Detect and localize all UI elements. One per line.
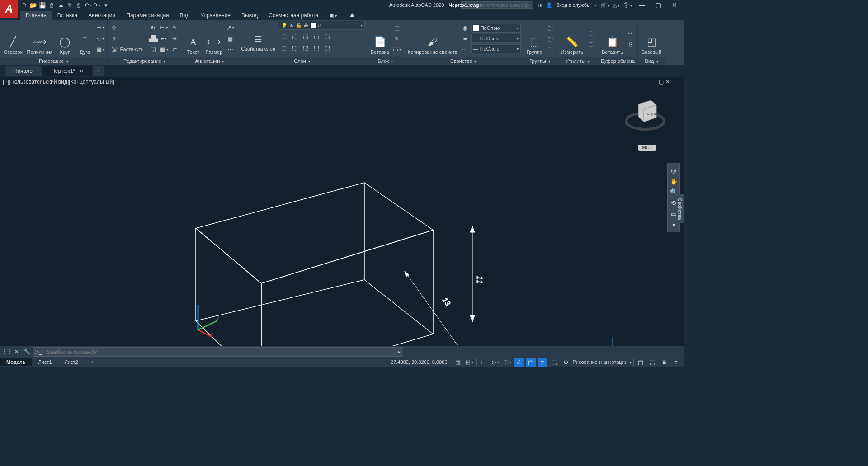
cmd-close-icon[interactable]: ✕	[13, 348, 21, 356]
layer-tool8-button[interactable]: ⬚	[301, 42, 311, 52]
tab-manage[interactable]: Управление	[195, 11, 236, 20]
circle-button[interactable]: ◯ Круг	[56, 21, 75, 56]
user-icon[interactable]: 👤	[546, 2, 552, 8]
properties-palette-tab[interactable]: Свойства	[676, 194, 684, 223]
attr-block-button[interactable]: ⬚▾	[392, 44, 402, 54]
stretch-button[interactable]: ⇲	[109, 44, 119, 54]
undo-icon[interactable]: ↶▾	[84, 1, 92, 9]
app-exchange-icon[interactable]: ◬▾	[613, 2, 619, 8]
line-button[interactable]: ╱ Отрезок	[2, 21, 24, 56]
panel-layers-title[interactable]: Слои ▾	[237, 57, 366, 65]
grid-toggle-icon[interactable]: ▦	[453, 358, 463, 367]
layer-tool10-button[interactable]: ⬚	[322, 42, 332, 52]
cmd-handle-icon[interactable]: ⋮⋮	[3, 348, 11, 356]
polar-toggle-icon[interactable]: ⊙▾	[491, 358, 500, 367]
layer-tool1-button[interactable]: ⬚	[279, 31, 289, 41]
erase-button[interactable]: ✎	[170, 23, 180, 33]
workspace-gear-icon[interactable]: ⚙	[561, 358, 571, 367]
tab-annotations[interactable]: Аннотации	[83, 11, 121, 20]
customize-status-icon[interactable]: ≡	[671, 358, 681, 367]
polyline-button[interactable]: ⟿ Полилиния	[25, 21, 54, 56]
new-icon[interactable]: 🗋	[20, 1, 28, 9]
insert-block-button[interactable]: 📄 Вставка	[369, 21, 391, 56]
layer-dropdown[interactable]: 💡 ☀ 🔓 🖶 0 ▾	[279, 21, 365, 30]
save-icon[interactable]: 💾	[38, 1, 47, 9]
panel-block-title[interactable]: Блок ▾	[367, 57, 404, 65]
plot-icon[interactable]: 🖶	[66, 1, 74, 9]
measure-button[interactable]: 📏 Измерить	[559, 21, 585, 56]
offset-button[interactable]: ⊂	[170, 44, 180, 54]
group-edit-button[interactable]: ⬚	[545, 33, 555, 43]
panel-edit-title[interactable]: Редактирование ▾	[108, 57, 182, 65]
snap-toggle-icon[interactable]: ⊞▾	[465, 358, 475, 367]
viewcube[interactable]: Справа	[625, 95, 665, 136]
help-icon[interactable]: ❔▾	[623, 2, 632, 8]
copy-button[interactable]: ⎘	[109, 33, 119, 43]
signin-label[interactable]: Вход в службы	[556, 2, 590, 8]
match-props-button[interactable]: 🖌 Копирование свойств	[406, 21, 459, 56]
nav-wheel-icon[interactable]: ◎	[668, 165, 679, 176]
arc-button[interactable]: ⌒ Дуга	[75, 21, 94, 56]
workspace-label[interactable]: Рисование и аннотации ▾	[573, 359, 632, 365]
edit-block-button[interactable]: ✎	[392, 33, 402, 43]
panel-annot-title[interactable]: Аннотации ▾	[182, 57, 237, 65]
move-button[interactable]: ✢	[109, 23, 119, 33]
add-tab-button[interactable]: +	[93, 66, 104, 76]
iso-toggle-icon[interactable]: ◫▾	[502, 358, 512, 367]
ucs-badge[interactable]: МСК	[638, 145, 656, 151]
select-button[interactable]: ⬚	[586, 39, 596, 49]
text-button[interactable]: A Текст	[184, 21, 203, 56]
stretch-label[interactable]: Растянуть	[120, 47, 147, 52]
redo-icon[interactable]: ↷▾	[93, 1, 101, 9]
annotation-scale-icon[interactable]: ▤	[636, 358, 646, 367]
cmd-history-icon[interactable]: ▴	[395, 348, 403, 355]
web-icon[interactable]: ☁	[57, 1, 65, 9]
panel-groups-title[interactable]: Группы ▾	[523, 57, 557, 65]
dimension-button[interactable]: ⟷ Размер	[204, 21, 225, 56]
otrack-toggle-icon[interactable]: ▤	[526, 358, 536, 367]
print-icon[interactable]: ⎙	[75, 1, 83, 9]
layer-tool6-button[interactable]: ⬚	[279, 42, 289, 52]
app-icon[interactable]: A	[0, 0, 18, 18]
osnap-toggle-icon[interactable]: ∠	[514, 358, 524, 367]
close-tab-icon[interactable]: ×	[80, 67, 83, 75]
array-button[interactable]: ▦▾	[159, 44, 169, 54]
base-view-button[interactable]: ◰ Базовый	[640, 21, 663, 56]
tab-view[interactable]: Вид	[175, 11, 195, 20]
linetype-button[interactable]: ⋯	[460, 44, 470, 54]
tab-param[interactable]: Параметризация	[121, 11, 174, 20]
tab-insert[interactable]: Вставка	[52, 11, 83, 20]
mirror-button[interactable]: ▟▙	[148, 33, 158, 43]
rotate-button[interactable]: ↻	[148, 23, 158, 33]
copy-clip-button[interactable]: ⎘	[626, 39, 636, 49]
layer-tool4-button[interactable]: ⬚	[311, 31, 321, 41]
linetype-dropdown[interactable]: —ПоСлою▾	[471, 44, 521, 53]
hatch-button[interactable]: ▦▾	[95, 44, 105, 54]
layout-sheet2[interactable]: Лист2	[58, 358, 85, 366]
tab-start[interactable]: Начало	[5, 66, 42, 76]
nav-pan-icon[interactable]: ✋	[668, 176, 679, 187]
ortho-toggle-icon[interactable]: ∟	[479, 358, 489, 367]
layout-model[interactable]: Модель	[0, 358, 32, 366]
panel-props-title[interactable]: Свойства ▾	[404, 57, 523, 65]
hardware-accel-icon[interactable]: ▣	[659, 358, 669, 367]
color-wheel-button[interactable]: ◉	[460, 23, 470, 33]
spline-button[interactable]: ∿▾	[95, 33, 105, 43]
explode-button[interactable]: ✴	[170, 33, 180, 43]
color-dropdown[interactable]: ПоСлою▾	[471, 24, 521, 33]
lineweight-toggle-icon[interactable]: ≡	[538, 358, 547, 367]
annot-more-button[interactable]: ⋯	[225, 44, 235, 54]
table-button[interactable]: ▤	[225, 33, 235, 43]
layer-tool2-button[interactable]: ⬚	[290, 31, 300, 41]
cut-button[interactable]: ✂	[626, 28, 636, 38]
create-block-button[interactable]: ⬚	[392, 23, 402, 33]
layer-props-button[interactable]: ≣ Свойства слоя	[239, 21, 277, 52]
tab-drawing1[interactable]: Чертеж1* ×	[42, 66, 93, 76]
scale-button[interactable]: ◱	[148, 44, 158, 54]
layer-tool5-button[interactable]: ⬚	[322, 31, 332, 41]
tab-collapse[interactable]: ⯅	[344, 11, 360, 20]
ungroup-button[interactable]: ⬚	[545, 23, 555, 33]
lineweight-dropdown[interactable]: —ПоСлою▾	[471, 34, 521, 43]
layer-tool7-button[interactable]: ⬚	[290, 42, 300, 52]
tab-main[interactable]: Главная	[20, 11, 52, 20]
